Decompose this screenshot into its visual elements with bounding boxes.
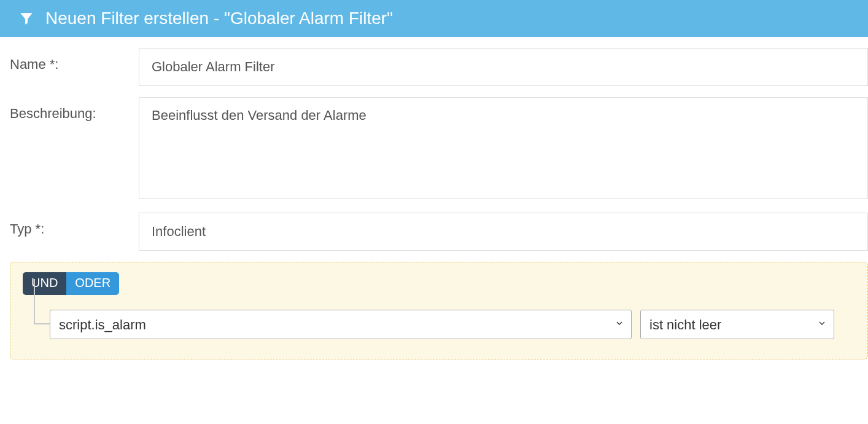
rule-field-select[interactable]: script.is_alarm (50, 310, 632, 339)
name-input[interactable] (139, 48, 868, 86)
description-label: Beschreibung: (10, 97, 139, 122)
tree-connector (23, 307, 50, 342)
rule-operator-wrapper: ist nicht leer (640, 310, 834, 339)
and-button[interactable]: UND (23, 272, 66, 295)
row-name: Name *: (10, 48, 868, 86)
or-button[interactable]: ODER (66, 272, 119, 295)
row-description: Beschreibung: Beeinflusst den Versand de… (10, 97, 868, 202)
row-type: Typ *: (10, 213, 868, 251)
rule-field-wrapper: script.is_alarm (50, 310, 632, 339)
page-header: Neuen Filter erstellen - "Globaler Alarm… (0, 0, 868, 37)
description-input[interactable]: Beeinflusst den Versand der Alarme (139, 97, 868, 199)
logic-toggle: UND ODER (23, 272, 119, 295)
type-label: Typ *: (10, 213, 139, 237)
name-label: Name *: (10, 48, 139, 73)
page-title: Neuen Filter erstellen - "Globaler Alarm… (45, 9, 393, 28)
rule-row: script.is_alarm ist nicht leer (23, 307, 859, 342)
rule-operator-select[interactable]: ist nicht leer (640, 310, 834, 339)
filter-icon (18, 10, 34, 26)
type-select[interactable] (139, 213, 868, 251)
rule-builder: UND ODER script.is_alarm ist nicht leer (10, 262, 868, 359)
filter-form: Name *: Beschreibung: Beeinflusst den Ve… (0, 37, 868, 251)
